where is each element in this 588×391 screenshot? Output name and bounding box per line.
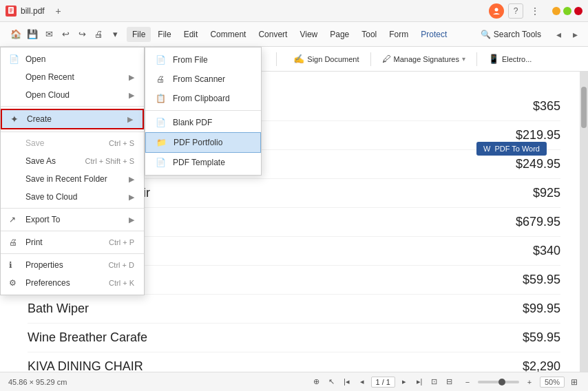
save-recent-chevron: ▶	[129, 175, 134, 184]
file-menu-open[interactable]: 📄 Open	[1, 50, 144, 68]
preferences-shortcut: Ctrl + K	[109, 279, 134, 287]
open-cloud-chevron: ▶	[129, 91, 134, 100]
pdf-portfolio-icon: 📁	[156, 137, 167, 148]
save-cloud-chevron: ▶	[129, 193, 134, 202]
from-file-icon: 📄	[155, 54, 166, 65]
file-menu: 📄 Open Open Recent ▶ Open Cloud ▶ ✦ Crea…	[0, 47, 145, 295]
file-menu-open-cloud[interactable]: Open Cloud ▶	[1, 86, 144, 104]
file-menu-sep-1	[1, 106, 144, 107]
file-menu-export[interactable]: ↗ Export To ▶	[1, 211, 144, 229]
file-menu-save-as[interactable]: Save As Ctrl + Shift + S	[1, 152, 144, 170]
open-recent-chevron: ▶	[129, 73, 134, 82]
pdf-template-icon: 📄	[155, 157, 166, 168]
file-menu-preferences[interactable]: ⚙ Preferences Ctrl + K	[1, 274, 144, 292]
save-shortcut: Ctrl + S	[109, 139, 134, 147]
file-menu-print[interactable]: 🖨 Print Ctrl + P	[1, 233, 144, 251]
file-menu-create[interactable]: ✦ Create ▶	[1, 109, 144, 129]
submenu-pdf-portfolio[interactable]: 📁 PDF Portfolio	[145, 132, 261, 153]
file-menu-sep-2	[1, 131, 144, 132]
export-chevron: ▶	[129, 215, 134, 224]
submenu-sep	[145, 110, 261, 111]
file-menu-sep-3	[1, 208, 144, 209]
create-icon: ✦	[10, 114, 19, 125]
properties-icon: ℹ	[9, 260, 12, 270]
blank-pdf-icon: 📄	[155, 117, 166, 128]
submenu-from-scanner[interactable]: 🖨 From Scanner	[145, 70, 261, 89]
submenu-blank-pdf[interactable]: 📄 Blank PDF	[145, 113, 261, 132]
create-submenu: 📄 From File 🖨 From Scanner 📋 From Clipbo…	[145, 47, 262, 176]
open-icon: 📄	[9, 54, 19, 64]
file-menu-save-recent[interactable]: Save in Recent Folder ▶	[1, 170, 144, 188]
create-chevron: ▶	[127, 115, 133, 124]
print-file-icon: 🖨	[9, 237, 17, 247]
file-menu-open-recent[interactable]: Open Recent ▶	[1, 68, 144, 86]
menu-overlay: 📄 Open Open Recent ▶ Open Cloud ▶ ✦ Crea…	[0, 0, 588, 391]
preferences-icon: ⚙	[9, 278, 17, 288]
file-menu-sep-5	[1, 253, 144, 254]
submenu-from-file[interactable]: 📄 From File	[145, 50, 261, 70]
save-as-shortcut: Ctrl + Shift + S	[85, 157, 134, 165]
print-shortcut: Ctrl + P	[109, 238, 134, 246]
properties-shortcut: Ctrl + D	[108, 261, 134, 269]
submenu-pdf-template[interactable]: 📄 PDF Template	[145, 153, 261, 172]
file-menu-sep-4	[1, 231, 144, 231]
file-menu-save[interactable]: Save Ctrl + S	[1, 134, 144, 152]
export-icon: ↗	[9, 215, 16, 224]
file-menu-properties[interactable]: ℹ Properties Ctrl + D	[1, 256, 144, 274]
from-clipboard-icon: 📋	[155, 93, 166, 104]
from-scanner-icon: 🖨	[155, 74, 166, 85]
submenu-from-clipboard[interactable]: 📋 From Clipboard	[145, 89, 261, 108]
file-menu-save-cloud[interactable]: Save to Cloud ▶	[1, 188, 144, 206]
